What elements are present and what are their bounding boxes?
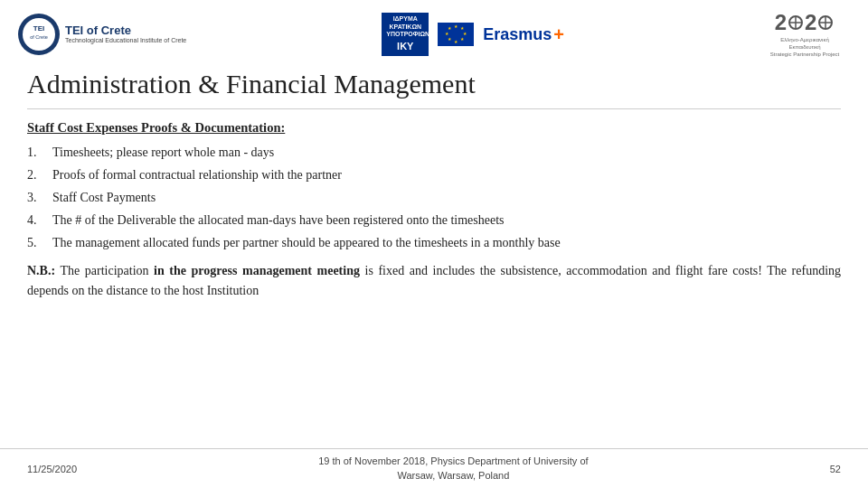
header: TEI of Crete TEI of Crete Technological … [0,0,868,65]
center-logos: ΙΔΡΥΜΑΚΡΑΤΙΚΩΝΥΠΟΤΡΟΦΙΩΝ ΙΚΥ ★ ★ ★ ★ ★ ★… [382,13,564,55]
footer-page-number: 52 [830,464,841,474]
eu-logo-group: ★ ★ ★ ★ ★ ★ ★ ★ [438,23,474,46]
item-number: 5. [27,233,52,252]
list-item: 3. Staff Cost Payments [27,188,841,207]
main-content: Staff Cost Expenses Proofs & Documentati… [0,109,868,309]
year-display: 2 2 [775,10,835,35]
nb-text-normal1: The participation [55,264,154,277]
item-text: Staff Cost Payments [52,188,841,207]
footer-center-line2: Warsaw, Warsaw, Poland [318,469,588,483]
item-number: 4. [27,211,52,230]
footer-date: 11/25/2020 [27,464,77,474]
items-list: 1. Timesheets; please report whole man -… [27,143,841,252]
iky-logo: ΙΔΡΥΜΑΚΡΑΤΙΚΩΝΥΠΟΤΡΟΦΙΩΝ ΙΚΥ [382,13,429,55]
nb-label: N.B.: [27,264,55,277]
list-item: 1. Timesheets; please report whole man -… [27,143,841,162]
tei-subtitle: Technological Educational Institute of C… [65,37,186,44]
tei-logo: TEI of Crete TEI of Crete Technological … [18,14,186,55]
nb-text-bold: in the progress management meeting [154,264,360,277]
erasmus-text: Erasmus [483,25,552,44]
footer-center: 19 th of November 2018, Physics Departme… [318,455,588,483]
section-heading: Staff Cost Expenses Proofs & Documentati… [27,120,841,136]
eu-flag: ★ ★ ★ ★ ★ ★ ★ ★ [438,23,474,46]
list-item: 4. The # of the Deliverable the allocate… [27,211,841,230]
svg-text:TEI: TEI [33,24,44,33]
list-item: 5. The management allocated funds per pa… [27,233,841,252]
erasmus-plus-sign: + [553,24,564,45]
tei-text-block: TEI of Crete Technological Educational I… [65,24,186,44]
footer-center-line1: 19 th of November 2018, Physics Departme… [318,455,588,468]
footer: 11/25/2020 19 th of November 2018, Physi… [0,448,868,488]
erasmus-label: Erasmus+ [483,24,564,45]
item-text: The management allocated funds per partn… [52,233,841,252]
right-logo-subtext: Ελληνο-Αμερικανική Εκπαιδευτική Strategi… [770,37,839,58]
tei-title: TEI of Crete [65,24,186,37]
list-item: 2. Proofs of formal contractual relation… [27,165,841,184]
item-text: The # of the Deliverable the allocated m… [52,211,841,230]
item-number: 2. [27,165,52,184]
item-number: 1. [27,143,52,162]
page-title: Administration & Financial Management [0,65,868,108]
svg-text:of Crete: of Crete [30,34,48,40]
item-number: 3. [27,188,52,207]
item-text: Proofs of formal contractual relationshi… [52,165,841,184]
nb-block: N.B.: The participation in the progress … [27,261,841,302]
tei-circle: TEI of Crete [18,14,60,55]
right-logo: 2 2 Ελληνο-Αμερικανική Εκπαιδευτική Stra… [760,10,850,58]
item-text: Timesheets; please report whole man - da… [52,143,841,162]
